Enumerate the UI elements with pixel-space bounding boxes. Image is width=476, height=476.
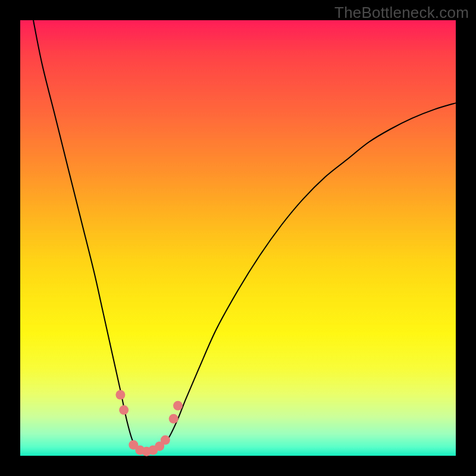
chart-frame: TheBottleneck.com [0, 0, 476, 476]
bottleneck-curve [33, 20, 456, 452]
data-marker [169, 414, 178, 424]
data-marker [161, 436, 170, 445]
watermark-text: TheBottleneck.com [334, 4, 469, 22]
data-marker [115, 390, 125, 400]
data-marker [119, 405, 129, 415]
chart-overlay [20, 20, 456, 456]
data-markers [115, 390, 183, 456]
data-marker [173, 401, 183, 411]
